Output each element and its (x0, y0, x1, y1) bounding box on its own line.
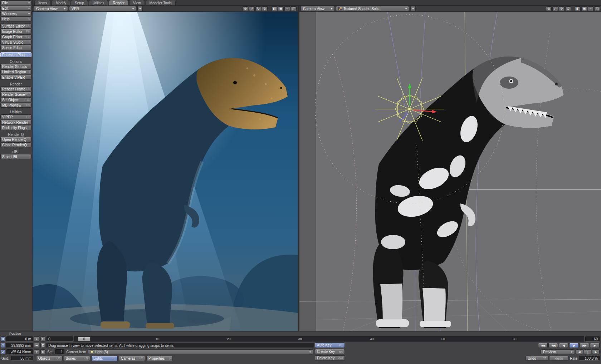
shaded-view[interactable] (299, 12, 601, 331)
preview-step-back-button[interactable]: ◀ (576, 349, 583, 354)
preview-play-button[interactable]: ▶ (592, 349, 600, 354)
sidebar-open-renderq[interactable]: Open RenderQ (0, 137, 31, 142)
fast-forward-button[interactable]: ▶▶ (580, 343, 589, 348)
y-value-field[interactable]: 39.9992 mm (6, 343, 33, 348)
tab-modify[interactable]: Modify (52, 0, 70, 5)
vpr-render-view[interactable] (33, 12, 298, 331)
preview-dropdown[interactable]: Preview (541, 349, 575, 354)
undo-button[interactable]: Undo^Z (526, 356, 548, 361)
create-key-button[interactable]: Create Keyret (315, 349, 345, 354)
redo-button[interactable]: Redo (549, 356, 568, 361)
tab-view[interactable]: View (129, 0, 145, 5)
grid-row: Grid: 50 mm Objects+OBones+BLights+LCame… (1, 355, 600, 361)
zoom-view-icon[interactable]: ⊙ (565, 6, 571, 11)
tab-items[interactable]: Items (34, 0, 51, 5)
sidebar-image-editor[interactable]: Image EditorF6 (0, 29, 31, 34)
timeline-row: X 0 m ◂▸ E 0 0 0102030405060 60 (1, 336, 600, 342)
z-value-field[interactable]: -65.0419mm (6, 349, 33, 354)
x-value-field[interactable]: 0 m (6, 336, 33, 341)
tab-modeler-tools[interactable]: Modeler Tools (146, 0, 176, 5)
sidebar-enable-viper[interactable]: Enable VIPER (0, 75, 31, 80)
end-frame-field[interactable]: 60 (585, 336, 600, 341)
pan-view-icon[interactable]: ⇄ (249, 6, 255, 11)
y-envelope-button[interactable]: E (40, 343, 45, 348)
menu-file[interactable]: File▾ (0, 0, 31, 5)
menu-help[interactable]: Help▾ (0, 16, 31, 21)
view-type-dropdown-left[interactable]: Camera View (34, 6, 68, 11)
invert-view-icon[interactable]: ◧ (575, 6, 581, 11)
render-mode-dropdown-left[interactable]: VPR (69, 6, 136, 11)
sidebar-sel-object[interactable]: Sel ObjectF11 (0, 97, 31, 102)
rotate-view-icon[interactable]: ↻ (559, 6, 565, 11)
invert-view-icon[interactable]: ◧ (272, 6, 277, 11)
sidebar-parent-in-place[interactable]: Parent in Place (0, 52, 31, 57)
snapshot-icon[interactable]: ▣ (581, 6, 587, 11)
pan-view-icon[interactable]: ⇄ (552, 6, 558, 11)
current-item-dropdown[interactable]: Light (3) (88, 349, 313, 354)
sidebar-graph-editor[interactable]: Graph Editor^F2 (0, 34, 31, 39)
item-type-lights[interactable]: Lights+L (91, 356, 118, 361)
x-spinner[interactable]: ◂▸ (34, 336, 39, 341)
maximize-viewport-icon[interactable]: ◱ (594, 6, 600, 11)
timeline-track[interactable]: 0 0102030405060 (74, 336, 584, 341)
tab-render[interactable]: Render (109, 0, 128, 5)
timeline-tick-30: 30 (298, 337, 302, 341)
tab-setup[interactable]: Setup (71, 0, 88, 5)
bottom-panel: Position X 0 m ◂▸ E 0 0 0102030405060 60… (0, 331, 601, 364)
item-type-properties[interactable]: Propertiesp (146, 356, 173, 361)
sidebar-viper[interactable]: VIPERF7 (0, 114, 31, 119)
menu-windows[interactable]: Windows▾ (0, 11, 31, 16)
history-controls: Undo^Z Redo Rate 100.0 % (526, 355, 600, 361)
viewport-preset-arrow-right[interactable] (410, 6, 416, 11)
go-start-button[interactable]: |◀◀ (538, 343, 548, 348)
maximize-viewport-icon[interactable]: ◱ (291, 6, 297, 11)
sidebar-render-frame[interactable]: Render FrameF9 (0, 87, 31, 92)
play-button[interactable]: |▶ (569, 343, 579, 348)
item-type-cameras[interactable]: Cameras+C (119, 356, 145, 361)
y-spinner[interactable]: ◂▸ (34, 343, 39, 348)
rate-field[interactable]: 100.0 % (579, 356, 600, 361)
tab-utilities[interactable]: Utilities (89, 0, 108, 5)
item-type-bones[interactable]: Bones+B (64, 356, 90, 361)
viewport-preset-arrow-left[interactable] (137, 6, 143, 11)
sidebar-network-render[interactable]: Network Render (0, 120, 31, 125)
sidebar-close-renderq[interactable]: Close RenderQ (0, 142, 31, 147)
sidebar-smart-ibl[interactable]: Smart IBL (0, 154, 31, 159)
sidebar-virtual-studio[interactable]: Virtual Studio (0, 40, 31, 45)
viewport-menu-icon[interactable]: ≡ (284, 6, 290, 11)
prev-key-button[interactable]: ◀◀ (548, 343, 558, 348)
z-envelope-button[interactable]: E (40, 349, 45, 354)
item-type-objects[interactable]: Objects+O (36, 356, 63, 361)
sidebar-radiosity-flags[interactable]: Radiosity Flags (0, 125, 31, 130)
zoom-view-icon[interactable]: ⊙ (262, 6, 268, 11)
z-axis-badge[interactable]: Z (1, 349, 5, 354)
viewport-menu-icon[interactable]: ≡ (588, 6, 593, 11)
x-axis-badge[interactable]: X (1, 336, 5, 341)
rotate-view-icon[interactable]: ↻ (255, 6, 261, 11)
timeline-tick-10: 10 (156, 337, 159, 341)
auto-key-button[interactable]: Auto Key+F1 (315, 343, 345, 348)
step-back-button[interactable]: ◀| (559, 343, 568, 348)
menu-edit[interactable]: Edit▾ (0, 6, 31, 11)
x-envelope-button[interactable]: E (40, 336, 45, 341)
center-selected-icon[interactable]: ⊕ (546, 6, 552, 11)
selection-row: Z -65.0419mm ◂▸ E Sel: 1 Current Item Li… (1, 349, 600, 355)
delete-key-button[interactable]: Delete Keydel (315, 355, 345, 361)
viewport-right-header: Camera View Textured Shaded Solid ⊕⇄↻⊙◧▣… (299, 6, 601, 12)
go-end-button[interactable]: ▶| (590, 343, 600, 348)
y-axis-badge[interactable]: Y (1, 343, 5, 348)
center-selected-icon[interactable]: ⊕ (243, 6, 248, 11)
sidebar-surface-editor[interactable]: Surface EditorF5 (0, 24, 31, 29)
render-mode-dropdown-right[interactable]: Textured Shaded Solid (336, 6, 409, 11)
sidebar-render-globals[interactable]: Render Globals (0, 64, 31, 69)
sidebar-scene-editor[interactable]: Scene Editor (0, 45, 31, 50)
snapshot-icon[interactable]: ▣ (278, 6, 284, 11)
timeline-handle[interactable]: 0 (78, 337, 91, 341)
sidebar-render-scene[interactable]: Render SceneF10 (0, 92, 31, 97)
preview-pause-button[interactable]: || (584, 349, 591, 354)
z-spinner[interactable]: ◂▸ (34, 349, 39, 354)
sidebar-limited-region[interactable]: Limited Regionl (0, 69, 31, 74)
current-frame-field[interactable]: 0 (47, 336, 73, 341)
sidebar-mb-preview[interactable]: MB Preview+F9 (0, 103, 31, 108)
view-type-dropdown-right[interactable]: Camera View (300, 6, 335, 11)
